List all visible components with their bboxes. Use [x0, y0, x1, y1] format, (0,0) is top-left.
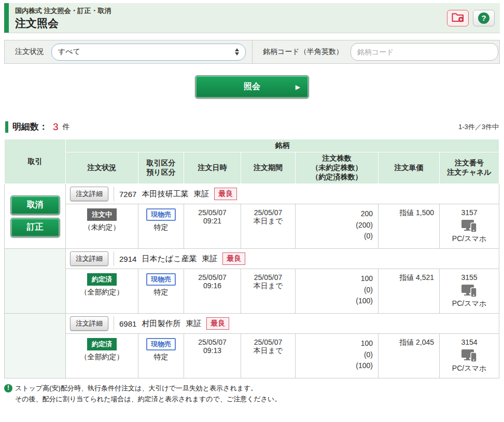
pagination-range: 1-3件／3件中 [458, 122, 499, 133]
orders-table: 取引 銘柄 注文状況 取引区分 預り区分 注文日時 注文期間 注文株数 （未約定… [4, 139, 499, 378]
stock-name: 日本たばこ産業 [142, 254, 197, 264]
trade-type-badge: 現物売 [146, 208, 176, 221]
stock-code: 2914 [119, 255, 136, 263]
divider [114, 187, 114, 201]
order-detail-button[interactable]: 注文詳細 [70, 251, 108, 266]
help-icon: ? [478, 12, 489, 24]
order-status-badge: 約定済 [87, 273, 117, 286]
order-time: 09:16 [187, 282, 237, 290]
order-detail-button[interactable]: 注文詳細 [70, 316, 108, 331]
correct-order-button[interactable]: 訂正 [10, 218, 60, 237]
stock-market: 東証 [186, 319, 201, 329]
order-number: 3157 [443, 208, 496, 217]
col-header-datetime: 注文日時 [184, 152, 241, 184]
page-title: 注文照会 [15, 16, 447, 31]
info-icon: ! [4, 384, 12, 392]
order-stock-row: 注文詳細 6981 村田製作所 東証 最良 [5, 314, 499, 334]
stock-name: 本田技研工業 [142, 189, 188, 199]
account-type: 特定 [142, 353, 180, 362]
detail-count-value: 3 [53, 121, 59, 133]
col-header-type: 取引区分 預り区分 [138, 152, 184, 184]
order-date: 25/05/07 [187, 208, 237, 217]
order-price: 指値 4,521 [382, 273, 434, 283]
col-header-price: 注文単価 [379, 152, 440, 184]
order-channel: PC/スマホ [443, 299, 496, 308]
add-folder-button[interactable] [447, 10, 469, 26]
order-time: 09:21 [187, 217, 237, 225]
query-button-label: 照会 [244, 82, 260, 91]
stock-code-input[interactable] [351, 43, 498, 61]
order-status-label: 注文状況 [15, 47, 44, 57]
order-qty: 100 [299, 273, 373, 285]
best-execution-badge: 最良 [206, 317, 229, 330]
col-header-status: 注文状況 [66, 152, 138, 184]
help-button[interactable]: ? [473, 10, 495, 26]
order-number: 3154 [443, 338, 496, 346]
detail-count-unit: 件 [63, 122, 70, 132]
breadcrumb: 国内株式 注文照会・訂正・取消 [15, 6, 447, 16]
trade-type-badge: 現物売 [146, 338, 176, 350]
order-data-row: 約定済 （全部約定） 現物売 特定 25/05/07 09:13 25/05/0… [5, 334, 499, 378]
stock-code: 7267 [119, 190, 136, 199]
stock-code-label: 銘柄コード（半角英数） [263, 47, 343, 57]
account-type: 特定 [142, 223, 180, 232]
filter-bar: 注文状況 すべて 銘柄コード（半角英数） [4, 40, 500, 64]
order-time: 09:13 [187, 346, 237, 355]
order-qty-unfilled: (0) [299, 285, 373, 296]
stock-market: 東証 [202, 254, 217, 264]
pc-smartphone-icon [459, 284, 479, 299]
period-date: 25/05/07 [244, 273, 292, 282]
order-status-badge: 約定済 [87, 338, 117, 350]
col-header-qty: 注文株数 （未約定株数） （約定済株数） [296, 152, 379, 184]
order-qty: 200 [299, 208, 373, 220]
trade-actions-cell [5, 314, 66, 378]
order-qty: 100 [299, 338, 373, 349]
order-detail-button[interactable]: 注文詳細 [70, 187, 108, 201]
order-stock-row: 注文詳細 2914 日本たばこ産業 東証 最良 [5, 249, 499, 269]
order-status-sub: （全部約定） [69, 288, 135, 297]
order-status-select[interactable]: すべて [51, 44, 246, 61]
period-note: 本日まで [244, 217, 292, 226]
order-qty-filled: (100) [299, 360, 373, 372]
order-status-sub: （全部約定） [69, 353, 135, 362]
trade-actions-cell: 取消 訂正 [5, 184, 66, 249]
period-date: 25/05/07 [244, 338, 292, 346]
order-qty-filled: (0) [299, 231, 373, 242]
footer-notes: ! ストップ高(安)配分時、執行条件付注文は、大引けで一旦失効と表示されます。 … [4, 383, 500, 405]
order-price: 指値 2,045 [382, 338, 434, 347]
pc-smartphone-icon [459, 348, 479, 364]
order-number: 3155 [443, 273, 496, 282]
order-stock-row: 取消 訂正 注文詳細 7267 本田技研工業 東証 最良 [5, 184, 499, 204]
order-channel: PC/スマホ [443, 364, 496, 373]
divider [114, 316, 114, 331]
period-note: 本日まで [244, 282, 292, 291]
folder-add-icon [451, 11, 465, 24]
stock-market: 東証 [193, 189, 209, 199]
order-data-row: 約定済 （全部約定） 現物売 特定 25/05/07 09:16 25/05/0… [5, 269, 499, 314]
result-summary: 明細数： 3 件 1-3件／3件中 [4, 121, 500, 133]
arrow-right-icon: ▶ [296, 83, 300, 91]
best-execution-badge: 最良 [214, 188, 237, 200]
page-header: 国内株式 注文照会・訂正・取消 注文照会 ? [4, 3, 500, 33]
cancel-order-button[interactable]: 取消 [10, 195, 60, 215]
order-date: 25/05/07 [187, 338, 237, 346]
order-channel: PC/スマホ [443, 234, 496, 244]
stock-name: 村田製作所 [142, 319, 180, 329]
col-header-trade: 取引 [5, 139, 66, 184]
period-note: 本日まで [244, 346, 292, 356]
divider [114, 251, 114, 266]
detail-count-label: 明細数： [12, 121, 48, 133]
stock-code: 6981 [119, 319, 136, 328]
summary-accent-bar [5, 121, 8, 133]
trade-actions-cell [5, 249, 66, 314]
header-accent-bar [4, 3, 9, 33]
col-header-period: 注文期間 [241, 152, 296, 184]
account-type: 特定 [142, 288, 180, 297]
query-button[interactable]: 照会 ▶ [195, 75, 309, 99]
col-header-meigara: 銘柄 [66, 139, 499, 152]
order-price: 指値 1,500 [382, 208, 434, 218]
best-execution-badge: 最良 [222, 252, 245, 265]
order-status-sub: （未約定） [69, 223, 135, 232]
order-status-selected-value: すべて [58, 47, 80, 57]
select-arrows-icon [235, 48, 239, 55]
